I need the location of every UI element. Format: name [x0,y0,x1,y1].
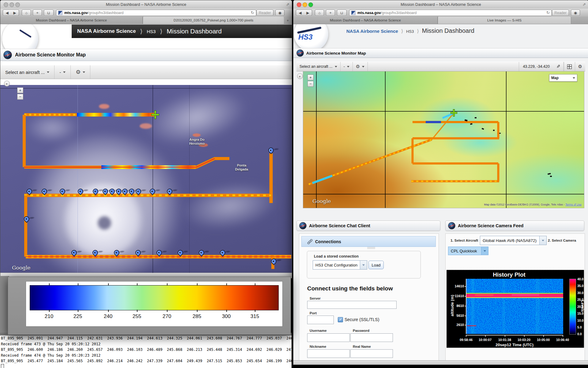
airborne-science-icon: ✈ [299,222,307,229]
aircraft-select[interactable]: Select an aircraft ... [0,65,55,79]
levels-colorbar [569,279,576,335]
colorbar-panel: 210 225 240 255 270 285 300 315 [26,281,283,327]
terminal-window[interactable]: BT_895_905 245.091 244.947 244.115 242.6… [0,333,292,368]
tab-mission-dashboard[interactable]: Mission Dashboard – NASA Airborne Scienc… [293,17,438,24]
forward-button[interactable]: ▶ [11,10,19,16]
downloads-button[interactable]: ◉ [571,10,580,16]
url-path: /group/hs3/dashboard [88,11,124,15]
fullscreen-icon[interactable]: ⇗ [582,2,586,7]
sidebar-collapse-button[interactable]: ▸ [297,73,303,79]
reader-button[interactable]: Reader [552,10,569,16]
grid-view-button[interactable] [564,62,575,71]
map-settings-button[interactable]: ⚙ [71,65,90,79]
x-tick-label: 09:58:46 [457,338,475,342]
breadcrumb-root[interactable]: NASA Airborne Science [77,28,136,34]
window-title: Mission Dashboard – NASA Airborne Scienc… [293,2,588,7]
reload-icon[interactable]: ↻ [251,10,254,15]
y-tick-label: 14610 [451,284,464,288]
terms-of-use-link[interactable]: Terms of Use [565,203,582,206]
back-button[interactable]: ◀ [3,10,11,16]
server-input[interactable] [307,301,397,309]
aircraft-position-marker[interactable] [152,111,159,119]
reading-list-button[interactable]: ⊔ [44,10,54,16]
chevron-down-icon [47,71,49,73]
address-bar[interactable]: mts.nasa.gov/group/hs3/dashboard ↻ [56,10,256,16]
left-titlebar[interactable]: Mission Dashboard – NASA Airborne Scienc… [0,0,292,9]
right-titlebar[interactable]: Mission Dashboard – NASA Airborne Scienc… [293,0,588,9]
connections-bar[interactable]: Connections [301,236,436,247]
camera-feed-header[interactable]: ✈ Airborne Science Camera Feed [445,220,584,231]
map-zoom-control: + − [17,87,23,100]
home-button[interactable]: ⌂ [315,10,324,16]
downloads-button[interactable]: ◉ [275,10,285,16]
breadcrumb-group[interactable]: HS3 [406,29,414,34]
history-plot: History Plot [447,270,584,348]
monitor-map-header: ✈ Airborne Science Monitor Map [293,48,588,58]
chevron-down-icon [362,66,364,67]
reload-icon[interactable]: ↻ [546,10,550,15]
breadcrumb-root[interactable]: NASA Airborne Science [346,29,398,34]
desktop: Mission Dashboard – NASA Airborne Scienc… [0,0,588,368]
layer-select[interactable]: - [341,62,353,71]
zoom-in-button[interactable]: + [17,87,23,93]
monitor-map-right[interactable]: + − Map Google Map data ©2012 GeoBasis-D… [303,71,584,208]
username-input[interactable] [307,333,350,342]
home-button[interactable]: ⌂ [22,10,31,16]
terminal-line: BT_895_905 245.091 244.947 244.115 242.6… [0,335,292,341]
forward-button[interactable]: ▶ [304,10,312,16]
nickname-input[interactable] [307,349,350,358]
chevron-down-icon [347,66,349,67]
sidebar-collapse-button[interactable]: ▸ [4,81,10,86]
new-tab-button[interactable]: ＋ [326,10,335,16]
map-settings-gear-button[interactable]: ⚙ [575,62,585,71]
colorbar-tick-label: 210 [40,313,58,320]
panel-resize-handle[interactable] [367,247,375,249]
secure-label: Secure (SSL/TLS) [345,317,379,322]
address-bar[interactable]: mts.nasa.gov/group/hs3/dashboard ↻ [349,10,552,16]
back-button[interactable]: ◀ [296,10,304,16]
aircraft-position-marker[interactable] [451,109,457,116]
secure-checkbox[interactable]: ✓ [338,317,343,322]
left-browser-window: Mission Dashboard – NASA Airborne Scienc… [0,0,292,278]
tab-mission-dashboard[interactable]: Mission Dashboard – NASA Airborne Scienc… [0,17,143,24]
stored-connection-select[interactable]: HS3 Chat Configuration [313,260,367,270]
breadcrumb-group[interactable]: HS3 [147,29,156,34]
cbar-tick-label: 10.0 [577,319,583,322]
zoom-out-button[interactable]: − [17,94,23,100]
y-tick-label: 11610 [451,294,464,298]
camera-select[interactable]: CPL Quicklook [448,247,488,255]
fullscreen-icon[interactable]: ⇗ [286,2,289,7]
cbar-tick-label: 5.0 [577,325,582,329]
window-title: Mission Dashboard – NASA Airborne Scienc… [0,2,292,7]
colorbar-tick-label: 270 [158,313,176,320]
chat-client-header[interactable]: ✈ Airborne Science Chat Client [296,220,440,231]
new-tab-button[interactable]: ＋ [33,10,42,16]
chevron-down-icon [539,236,546,245]
draw-tool-button[interactable]: ✎ [553,62,564,71]
zoom-out-button[interactable]: − [307,81,314,87]
reading-list-button[interactable]: ⊔ [337,10,347,16]
load-button[interactable]: Load [368,261,384,269]
tab-image-pskewt[interactable]: D20120920_035752_Pskewt.png 1,000×700 pi… [143,17,284,24]
reader-button[interactable]: Reader [256,10,273,16]
realname-label: Real Name [353,345,371,348]
tab-add-button[interactable]: ＋ [284,17,292,24]
aircraft-feed-select[interactable]: Global Hawk AV6 (NASA872) [480,236,547,245]
cbar-tick-label: 30.0 [577,291,583,295]
map-settings-button[interactable]: ⚙ [353,62,368,71]
colorbar-tick-label: 240 [99,313,117,320]
monitor-map-left[interactable]: Angra Do Heroismo Ponta Delgada + − Goog… [0,85,292,273]
tab-live-images[interactable]: Live Images –– S-HIS [438,17,571,24]
password-input[interactable] [350,333,393,342]
chain-link-icon [307,239,313,244]
url-domain: mts.nasa.gov [357,11,381,15]
realname-input[interactable] [350,349,393,358]
port-input[interactable] [307,316,334,324]
aircraft-select[interactable]: Select an aircraft ... [296,62,341,71]
map-type-select[interactable]: Map [549,74,577,82]
layer-select[interactable]: - [55,65,71,79]
airborne-science-icon: ✈ [296,49,304,57]
grid-icon [567,64,572,69]
hs3-logo: HS3 [294,24,328,51]
zoom-in-button[interactable]: + [307,75,314,80]
